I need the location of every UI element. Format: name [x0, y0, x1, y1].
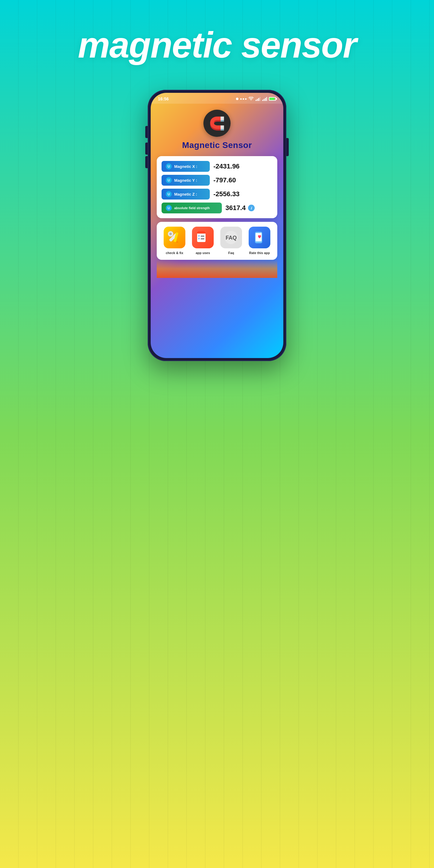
sensor-badge-z: U	[166, 191, 172, 197]
action-faq[interactable]: FAQ Faq	[219, 227, 243, 255]
menu-dot	[245, 98, 247, 100]
sensor-data-card: U Magnetic X : -2431.96 U Magnetic Y : -…	[157, 156, 277, 218]
svg-rect-0	[255, 100, 256, 101]
sensor-row-abs: U absolute field strength 3617.4 i	[161, 203, 273, 213]
magnet-icon: 🧲	[209, 116, 225, 131]
menu-dot	[243, 98, 244, 100]
signal-icon	[255, 97, 260, 101]
status-bar: 16:56	[151, 93, 283, 104]
sensor-label-text-x: Magnetic X :	[174, 164, 197, 169]
svg-rect-7	[267, 97, 267, 101]
app-name: Magnetic Sensor	[182, 141, 252, 150]
wrench-icon	[167, 230, 182, 245]
svg-text:FAQ: FAQ	[225, 235, 237, 241]
sensor-label-text-z: Magnetic Z :	[174, 192, 197, 196]
svg-rect-17	[201, 236, 204, 237]
svg-rect-4	[262, 100, 263, 101]
app-uses-icon	[195, 230, 210, 245]
app-uses-label: app uses	[195, 251, 210, 255]
svg-rect-2	[258, 98, 259, 101]
phone-content: 🧲 Magnetic Sensor U Magnetic X : -2431.9…	[151, 104, 283, 278]
check-fix-icon-wrap	[164, 227, 185, 248]
phone-frame: 16:56	[148, 90, 286, 361]
menu-dot	[240, 98, 242, 100]
faq-icon-wrap: FAQ	[220, 227, 242, 248]
faq-label: Faq	[228, 251, 234, 255]
sensor-badge-y: U	[166, 177, 172, 183]
sensor-label-x: U Magnetic X :	[161, 161, 210, 172]
wifi-icon	[248, 97, 254, 101]
phone-mockup: 16:56	[148, 90, 286, 361]
status-dot	[236, 98, 239, 100]
sensor-row-x: U Magnetic X : -2431.96	[161, 161, 273, 172]
check-fix-label: check & fix	[166, 251, 183, 255]
svg-rect-3	[260, 97, 261, 101]
action-card: check & fix	[157, 222, 277, 260]
rate-icon-wrap	[249, 227, 270, 248]
app-uses-icon-wrap	[192, 227, 214, 248]
app-icon: 🧲	[204, 110, 230, 137]
rate-app-label: Rate this app	[249, 251, 270, 255]
action-check-fix[interactable]: check & fix	[162, 227, 187, 255]
sensor-label-abs: U absolute field strength	[161, 203, 222, 213]
status-time: 16:56	[158, 96, 169, 101]
phone-screen: 16:56	[151, 93, 283, 358]
svg-rect-6	[265, 98, 266, 101]
status-icons	[236, 97, 276, 101]
signal-icon-2	[262, 97, 267, 101]
sensor-value-abs: 3617.4	[225, 204, 246, 212]
rate-app-icon	[252, 230, 267, 245]
phone-bottom-gradient	[157, 260, 277, 278]
sensor-badge-x: U	[166, 163, 172, 169]
svg-rect-19	[201, 239, 204, 239]
action-app-uses[interactable]: app uses	[191, 227, 215, 255]
sensor-badge-abs: U	[166, 205, 172, 211]
sensor-label-text-abs: absolute field strength	[174, 206, 210, 210]
faq-icon: FAQ	[224, 230, 239, 245]
page-title: magnetic sensor	[78, 24, 356, 66]
sensor-value-y: -797.60	[213, 176, 236, 184]
battery-fill	[270, 98, 275, 100]
action-rate-app[interactable]: Rate this app	[247, 227, 272, 255]
svg-rect-5	[264, 99, 265, 101]
svg-point-10	[169, 233, 172, 235]
svg-marker-12	[176, 241, 179, 243]
sensor-row-z: U Magnetic Z : -2556.33	[161, 189, 273, 199]
sensor-value-x: -2431.96	[213, 162, 240, 170]
sensor-label-z: U Magnetic Z :	[161, 189, 210, 199]
sensor-value-z: -2556.33	[213, 190, 240, 198]
sensor-label-y: U Magnetic Y :	[161, 175, 210, 186]
svg-rect-1	[257, 99, 258, 101]
info-icon[interactable]: i	[248, 205, 255, 211]
sensor-label-text-y: Magnetic Y :	[174, 178, 197, 183]
svg-rect-24	[260, 232, 261, 235]
sensor-row-y: U Magnetic Y : -797.60	[161, 175, 273, 186]
status-dots-menu	[240, 98, 247, 100]
battery-icon	[269, 97, 276, 101]
svg-rect-15	[197, 232, 206, 234]
